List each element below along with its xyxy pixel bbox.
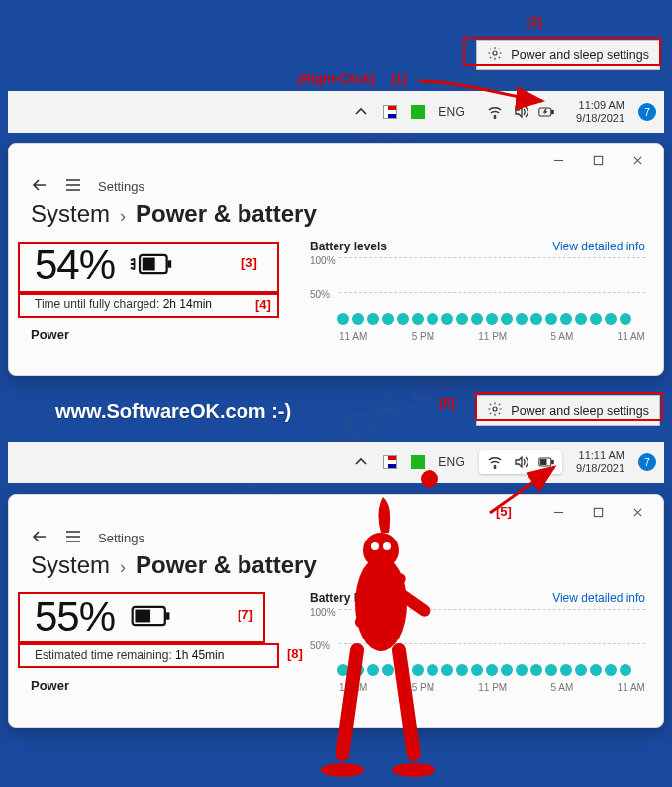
svg-point-8 — [493, 407, 497, 411]
svg-rect-7 — [143, 257, 155, 270]
back-button[interactable] — [31, 177, 48, 196]
svg-rect-12 — [540, 460, 546, 465]
axis-label: 50% — [310, 640, 330, 651]
tray-clock[interactable]: 11:09 AM 9/18/2021 — [576, 99, 624, 124]
wifi-icon[interactable] — [487, 104, 503, 120]
minimize-button[interactable] — [538, 499, 578, 525]
crumb-system[interactable]: System — [31, 551, 110, 579]
notification-badge[interactable]: 7 — [638, 103, 656, 121]
maximize-button[interactable] — [578, 499, 618, 525]
taskbar: ENG 11:11 AM 9/18/2021 7 — [8, 442, 664, 483]
tray-date: 9/18/2021 — [576, 112, 624, 125]
annotation-label: [2] — [527, 14, 542, 29]
gear-icon — [487, 401, 503, 420]
power-sleep-flyout[interactable]: Power and sleep settings — [476, 40, 660, 70]
menu-icon[interactable] — [64, 177, 82, 196]
minimize-button[interactable] — [538, 148, 578, 173]
tray-app-icon[interactable] — [411, 105, 425, 119]
svg-rect-13 — [594, 508, 602, 516]
svg-rect-6 — [168, 260, 172, 267]
view-detailed-link[interactable]: View detailed info — [552, 591, 645, 605]
svg-rect-16 — [136, 609, 151, 622]
axis-label: 50% — [310, 289, 330, 300]
maximize-button[interactable] — [578, 148, 618, 173]
tray-time: 11:11 AM — [576, 449, 624, 462]
settings-label: Settings — [98, 179, 144, 194]
battery-levels-label: Battery levels — [310, 591, 387, 605]
svg-point-21 — [321, 763, 364, 777]
close-button[interactable] — [618, 148, 657, 173]
volume-icon[interactable] — [513, 454, 528, 470]
breadcrumb: System › Power & battery — [9, 200, 663, 238]
flyout-label: Power and sleep settings — [511, 404, 649, 418]
view-detailed-link[interactable]: View detailed info — [552, 240, 645, 253]
charge-time-label: Time until fully charged: 2h 14min — [27, 291, 304, 317]
settings-window: Settings System › Power & battery 54% Ti… — [8, 143, 664, 376]
settings-label: Settings — [98, 531, 144, 545]
wifi-icon[interactable] — [487, 454, 503, 470]
battery-icon — [129, 603, 174, 632]
titlebar — [9, 495, 663, 529]
section-power-header: Power — [27, 317, 304, 344]
svg-rect-11 — [552, 460, 554, 463]
chevron-up-icon[interactable] — [353, 454, 369, 470]
taskbar: ENG 11:09 AM 9/18/2021 7 — [8, 91, 664, 133]
battery-icon[interactable] — [538, 454, 554, 470]
battery-charging-icon — [129, 251, 174, 280]
breadcrumb: System › Power & battery — [9, 551, 663, 589]
brand-text: www.SoftwareOK.com :-) — [55, 400, 291, 423]
chevron-right-icon: › — [120, 206, 126, 227]
section-power-header: Power — [27, 668, 304, 695]
annotation-label: [1] — [391, 71, 407, 86]
close-button[interactable] — [618, 499, 657, 525]
tray-time: 11:09 AM — [576, 99, 624, 112]
axis-label: 100% — [310, 607, 336, 618]
chevron-right-icon: › — [120, 557, 126, 578]
svg-rect-3 — [552, 110, 554, 113]
x-ticks: 11 AM5 PM11 PM5 AM11 AM — [339, 682, 645, 693]
gear-icon — [487, 46, 503, 64]
crumb-system[interactable]: System — [31, 200, 110, 228]
battery-levels-label: Battery levels — [310, 240, 387, 253]
svg-point-9 — [494, 467, 496, 469]
x-ticks: 11 AM5 PM11 PM5 AM11 AM — [339, 331, 645, 342]
tray-app-icon[interactable] — [411, 455, 425, 469]
annotation-label: [Right-Click] — [298, 71, 374, 86]
page-title: Power & battery — [136, 200, 317, 228]
chevron-up-icon[interactable] — [353, 104, 369, 120]
tray-clock[interactable]: 11:11 AM 9/18/2021 — [576, 449, 624, 474]
time-remaining-label: Estimated time remaining: 1h 45min — [27, 642, 304, 668]
back-button[interactable] — [31, 529, 48, 547]
svg-rect-4 — [594, 156, 602, 164]
volume-icon[interactable] — [513, 104, 528, 120]
svg-point-1 — [494, 117, 496, 119]
menu-icon[interactable] — [64, 529, 82, 547]
notification-badge[interactable]: 7 — [638, 453, 656, 471]
language-indicator[interactable]: ENG — [438, 455, 465, 469]
battery-percent: 55% — [35, 593, 115, 640]
svg-rect-15 — [166, 612, 170, 619]
language-indicator[interactable]: ENG — [438, 105, 465, 119]
battery-charging-icon[interactable] — [538, 104, 554, 120]
battery-chart — [339, 609, 645, 678]
tray-date: 9/18/2021 — [576, 462, 624, 475]
battery-percent: 54% — [35, 242, 115, 289]
svg-point-22 — [392, 763, 435, 777]
page-title: Power & battery — [136, 551, 317, 579]
tray-app-icon[interactable] — [383, 455, 397, 469]
annotation-label: [6] — [439, 395, 455, 410]
power-sleep-flyout[interactable]: Power and sleep settings — [476, 395, 660, 426]
battery-chart — [339, 257, 645, 327]
axis-label: 100% — [310, 255, 336, 266]
titlebar — [9, 144, 663, 177]
svg-point-0 — [493, 51, 497, 55]
flyout-label: Power and sleep settings — [511, 49, 649, 62]
settings-window: Settings System › Power & battery 55% Es… — [8, 494, 664, 728]
tray-app-icon[interactable] — [383, 105, 397, 119]
